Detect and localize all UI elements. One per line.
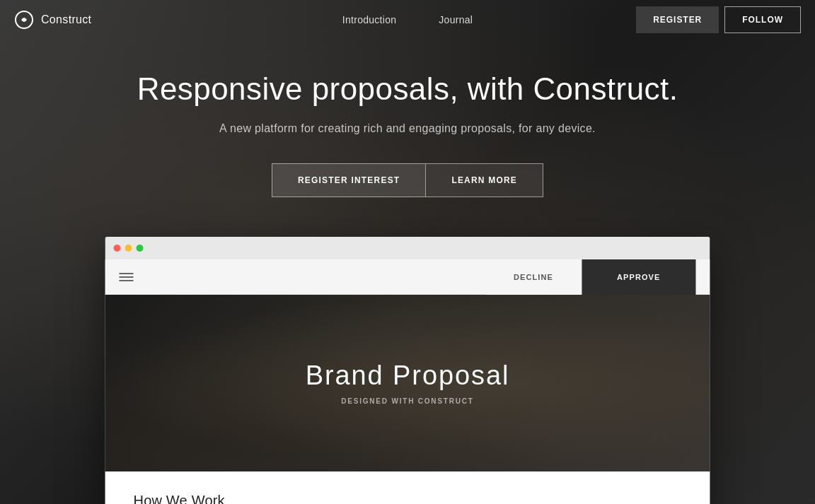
menu-line-2 (120, 276, 134, 278)
browser-chrome (105, 237, 710, 259)
hero-subtitle: A new platform for creating rich and eng… (14, 122, 801, 135)
proposal-brand-title: Brand Proposal (306, 361, 510, 391)
brand: Construct (14, 10, 91, 30)
nav-actions: REGISTER FOLLOW (636, 6, 801, 33)
approve-button[interactable]: APPROVE (582, 259, 696, 295)
proposal-hero-image: Brand Proposal DESIGNED WITH CONSTRUCT (105, 295, 710, 471)
hero-section: Responsive proposals, with Construct. A … (0, 0, 815, 504)
browser-dot-yellow (125, 245, 132, 252)
browser-dot-red (114, 245, 121, 252)
nav-links: Introduction Journal (321, 0, 494, 39)
nav-introduction[interactable]: Introduction (321, 0, 418, 39)
browser-dot-green (137, 245, 144, 252)
proposal-card: DECLINE APPROVE Brand Proposal DESIGNED … (105, 237, 710, 504)
brand-logo (14, 10, 34, 30)
hero-title: Responsive proposals, with Construct. (14, 71, 801, 108)
proposal-inner: DECLINE APPROVE Brand Proposal DESIGNED … (105, 259, 710, 504)
proposal-toolbar: DECLINE APPROVE (105, 259, 710, 295)
decline-button[interactable]: DECLINE (485, 259, 582, 295)
proposal-brand-subtitle: DESIGNED WITH CONSTRUCT (341, 397, 474, 405)
nav-journal[interactable]: Journal (417, 0, 494, 39)
toolbar-actions: DECLINE APPROVE (485, 259, 695, 295)
learn-more-button[interactable]: LEARN MORE (425, 163, 543, 197)
brand-name: Construct (41, 13, 91, 26)
menu-icon[interactable] (120, 273, 134, 281)
navbar: Construct Introduction Journal REGISTER … (0, 0, 815, 39)
how-we-work-title: How We Work (134, 493, 682, 504)
hero-buttons: REGISTER INTEREST LEARN MORE (14, 163, 801, 197)
follow-button[interactable]: FOLLOW (724, 6, 801, 33)
hero-content: Responsive proposals, with Construct. A … (0, 71, 815, 197)
how-we-work-section: How We Work In this stage, we will devel… (105, 471, 710, 504)
menu-line-1 (120, 273, 134, 274)
register-nav-button[interactable]: REGISTER (636, 6, 719, 33)
menu-line-3 (120, 280, 134, 281)
register-interest-button[interactable]: REGISTER INTEREST (272, 163, 425, 197)
